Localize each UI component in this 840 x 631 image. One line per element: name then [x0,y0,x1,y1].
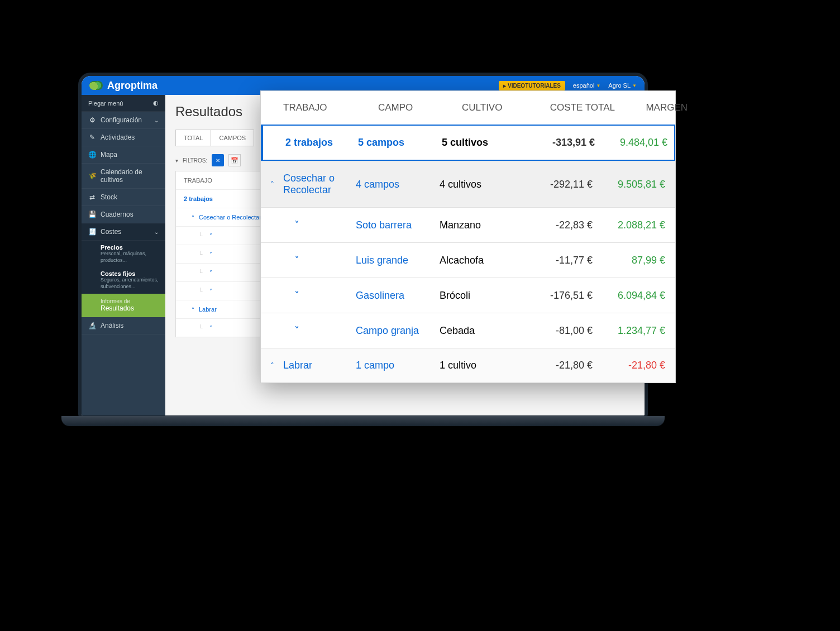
group-trabajo: Labrar [283,360,356,371]
sidebar-item-costes[interactable]: 🧾 Costes ⌄ [82,223,165,241]
sidebar-item-cuadernos[interactable]: 💾 Cuadernos [82,206,165,223]
group-cultivo: 4 cultivos [440,179,512,190]
col-trabajo: TRABAJO [283,102,378,113]
group-row-labrar[interactable]: ˄ Labrar 1 campo 1 cultivo -21,80 € -21,… [261,348,675,383]
save-icon: 💾 [88,211,96,218]
chevron-up-icon: ˄ [192,307,194,313]
row-toggle[interactable]: ˅ [283,324,356,337]
summary-campo: 5 campos [358,137,442,149]
col-margen: MARGEN [624,102,696,113]
globe-icon: 🌐 [88,151,96,159]
logo-icon [89,81,103,90]
summary-coste: -313,91 € [514,137,604,149]
col-coste: COSTE TOTAL [534,102,624,113]
sidebar-item-map[interactable]: 🌐 Mapa [82,146,165,164]
chevron-down-icon: ˅ [294,324,299,337]
table-row[interactable]: ˅ Soto barrera Manzano -22,83 € 2.088,21… [261,207,675,242]
chevron-down-icon: ˅ [209,288,212,294]
summary-cultivo: 5 cultivos [442,137,514,149]
chevron-up-icon[interactable]: ˄ [261,361,283,370]
chevron-down-icon: ⌄ [154,229,159,235]
collapse-icon: ◐ [153,99,159,107]
chevron-up-icon: ˄ [192,214,194,221]
summary-margen: 9.484,01 € [604,137,676,149]
summary-row: 2 trabajos 5 campos 5 cultivos -313,91 €… [261,125,675,161]
clear-filter-button[interactable]: ✕ [212,154,224,166]
brand: Agroptima [89,80,157,92]
group-coste: -292,11 € [512,179,602,190]
microscope-icon: 🔬 [88,322,96,329]
table-row[interactable]: ˅ Gasolinera Brócoli -176,51 € 6.094,84 … [261,278,675,313]
tab-campos[interactable]: CAMPOS [211,130,254,146]
tab-total[interactable]: TOTAL [175,130,211,146]
group-coste: -21,80 € [512,360,602,371]
table-row[interactable]: ˅ Campo granja Cebada -81,00 € 1.234,77 … [261,313,675,348]
chevron-down-icon: ˅ [294,219,299,231]
group-cultivo: 1 cultivo [440,360,512,371]
filters-label: FILTROS: [183,157,207,164]
wheat-icon: 🌾 [88,172,96,180]
date-filter-button[interactable]: 📅 [228,154,241,166]
summary-trabajo: 2 trabajos [285,137,358,149]
laptop-base [61,416,665,426]
chevron-down-icon: ˅ [294,289,299,302]
group-trabajo: Cosechar o Recolectar [283,173,356,196]
group-margen: -21,80 € [602,360,674,371]
videotutorials-button[interactable]: ▸ VIDEOTUTORIALES [499,81,565,90]
sidebar-item-stock[interactable]: ⇄ Stock [82,189,165,206]
sidebar-sub-costes-fijos[interactable]: Costes fijos Seguros, arrendamientos, su… [82,267,165,293]
sidebar-sub-resultados[interactable]: Informes de Resultados [82,294,165,317]
chevron-down-icon: ⌄ [154,117,159,123]
chevron-down-icon: ˅ [209,270,212,276]
brand-name: Agroptima [107,80,157,92]
row-toggle[interactable]: ˅ [283,289,356,302]
table-header-row: TRABAJO CAMPO CULTIVO COSTE TOTAL MARGEN [261,91,675,125]
results-table-overlay: TRABAJO CAMPO CULTIVO COSTE TOTAL MARGEN… [260,90,676,383]
group-campo: 1 campo [356,360,440,371]
group-margen: 9.505,81 € [602,179,674,190]
transfer-icon: ⇄ [88,193,96,201]
chevron-down-icon: ˅ [209,233,212,239]
money-icon: 🧾 [88,228,96,236]
group-campo: 4 campos [356,179,440,190]
sidebar-collapse[interactable]: Plegar menú◐ [82,95,165,112]
col-campo: CAMPO [378,102,462,113]
gear-icon: ⚙ [88,116,96,124]
edit-icon: ✎ [88,133,96,141]
chevron-down-icon: ˅ [209,325,212,331]
table-row[interactable]: ˅ Luis grande Alcachofa -11,77 € 87,99 € [261,242,675,278]
col-cultivo: CULTIVO [462,102,534,113]
account-dropdown[interactable]: Agro SL ▼ [608,82,637,89]
row-toggle[interactable]: ˅ [283,219,356,231]
sidebar-item-analisis[interactable]: 🔬 Análisis [82,317,165,334]
chevron-down-icon: ˅ [294,254,299,266]
chevron-up-icon[interactable]: ˄ [261,180,283,189]
sidebar-item-activities[interactable]: ✎ Actividades [82,129,165,146]
sidebar-item-config[interactable]: ⚙ Configuración ⌄ [82,112,165,129]
topbar-right: ▸ VIDEOTUTORIALES español ▼ Agro SL ▼ [499,81,637,90]
language-dropdown[interactable]: español ▼ [573,82,600,89]
sidebar-item-calendar[interactable]: 🌾 Calendario de cultivos [82,164,165,189]
row-toggle[interactable]: ˅ [283,254,356,266]
filter-icon: ▾ [175,157,178,164]
group-row-cosechar[interactable]: ˄ Cosechar o Recolectar 4 campos 4 culti… [261,161,675,207]
sidebar: Plegar menú◐ ⚙ Configuración ⌄ ✎ Activid… [82,95,165,415]
chevron-down-icon: ˅ [209,251,212,257]
sidebar-sub-precios[interactable]: Precios Personal, máquinas, productos... [82,241,165,267]
